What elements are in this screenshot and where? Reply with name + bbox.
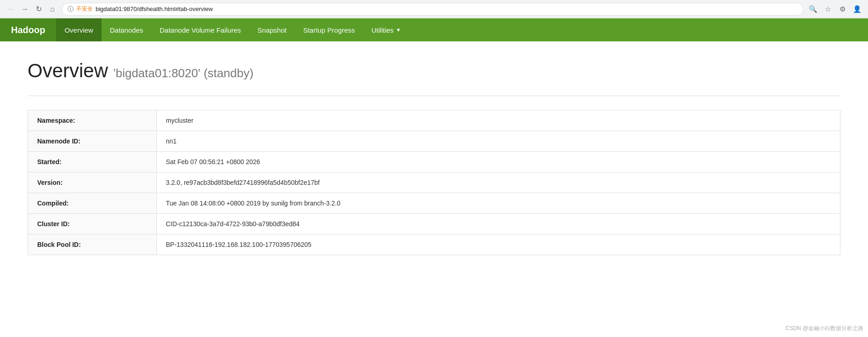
- reload-button[interactable]: ↻: [33, 4, 44, 15]
- nav-item-startup-progress[interactable]: Startup Progress: [295, 18, 363, 41]
- nav-item-overview[interactable]: Overview: [56, 18, 102, 41]
- utilities-dropdown-arrow: ▼: [396, 27, 401, 33]
- url-text: bigdata01:9870/dfshealth.html#tab-overvi…: [96, 6, 213, 12]
- page-subtitle: 'bigdata01:8020' (standby): [113, 66, 254, 80]
- table-row: Namenode ID:nn1: [28, 131, 840, 152]
- row-label: Namespace:: [28, 110, 157, 131]
- table-row: Compiled:Tue Jan 08 14:08:00 +0800 2019 …: [28, 193, 840, 214]
- nav-item-utilities[interactable]: Utilities ▼: [363, 18, 409, 41]
- extension-icon[interactable]: ⚙: [837, 4, 848, 15]
- page-title: Overview 'bigdata01:8020' (standby): [28, 60, 840, 82]
- navbar-items: Overview Datanodes Datanode Volume Failu…: [56, 18, 409, 41]
- table-row: Namespace:mycluster: [28, 110, 840, 131]
- row-label: Block Pool ID:: [28, 234, 157, 255]
- browser-chrome: ← → ↻ ⌂ ⓘ 不安全 bigdata01:9870/dfshealth.h…: [0, 0, 868, 18]
- profile-icon[interactable]: 👤: [851, 4, 862, 15]
- row-label: Started:: [28, 152, 157, 172]
- overview-table: Namespace:myclusterNamenode ID:nn1Starte…: [28, 110, 840, 255]
- navbar: Hadoop Overview Datanodes Datanode Volum…: [0, 18, 868, 41]
- row-value: nn1: [157, 131, 840, 152]
- browser-actions: 🔍 ☆ ⚙ 👤: [807, 4, 862, 15]
- address-bar[interactable]: ⓘ 不安全 bigdata01:9870/dfshealth.html#tab-…: [62, 3, 804, 16]
- row-label: Cluster ID:: [28, 214, 157, 234]
- security-warning: 不安全: [76, 5, 93, 13]
- table-row: Version:3.2.0, re97acb3bd8f3befd27418996…: [28, 172, 840, 193]
- nav-item-datanodes[interactable]: Datanodes: [102, 18, 152, 41]
- table-row: Started:Sat Feb 07 00:56:21 +0800 2026: [28, 152, 840, 172]
- row-value: Tue Jan 08 14:08:00 +0800 2019 by sunilg…: [157, 193, 840, 214]
- table-row: Block Pool ID:BP-1332041116-192.168.182.…: [28, 234, 840, 255]
- row-value: mycluster: [157, 110, 840, 131]
- nav-item-datanode-volume-failures[interactable]: Datanode Volume Failures: [152, 18, 250, 41]
- divider: [28, 96, 840, 96]
- row-label: Version:: [28, 172, 157, 193]
- back-button[interactable]: ←: [6, 4, 17, 15]
- bookmark-icon[interactable]: ☆: [822, 4, 833, 15]
- table-row: Cluster ID:CID-c12130ca-3a7d-4722-93b0-a…: [28, 214, 840, 234]
- row-value: CID-c12130ca-3a7d-4722-93b0-a79b0df3ed84: [157, 214, 840, 234]
- forward-button[interactable]: →: [19, 4, 30, 15]
- home-button[interactable]: ⌂: [47, 4, 58, 15]
- row-label: Compiled:: [28, 193, 157, 214]
- navbar-brand[interactable]: Hadoop: [0, 18, 56, 41]
- row-value: Sat Feb 07 00:56:21 +0800 2026: [157, 152, 840, 172]
- security-icon: ⓘ: [68, 5, 74, 13]
- row-value: BP-1332041116-192.168.182.100-1770395706…: [157, 234, 840, 255]
- row-label: Namenode ID:: [28, 131, 157, 152]
- row-value: 3.2.0, re97acb3bd8f3befd27418996fa5d4b50…: [157, 172, 840, 193]
- nav-buttons: ← → ↻ ⌂: [6, 4, 58, 15]
- nav-item-snapshot[interactable]: Snapshot: [249, 18, 295, 41]
- search-icon[interactable]: 🔍: [807, 4, 818, 15]
- main-content: Overview 'bigdata01:8020' (standby) Name…: [0, 41, 868, 274]
